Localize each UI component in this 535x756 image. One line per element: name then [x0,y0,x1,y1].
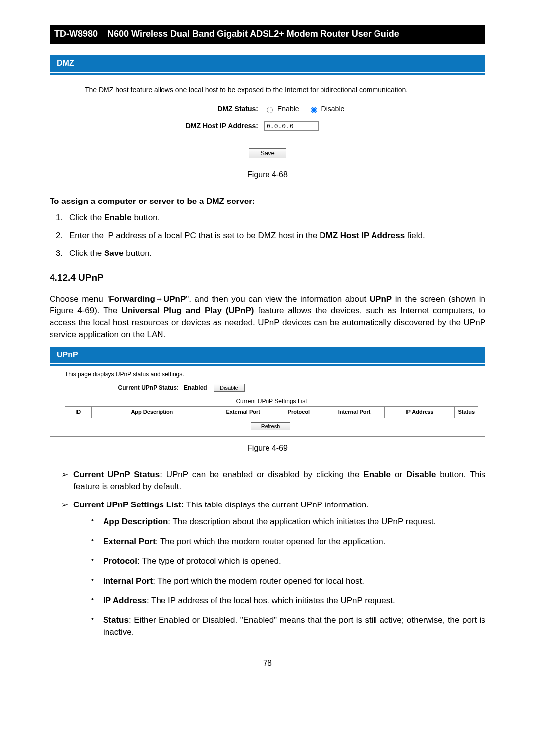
page-number: 78 [50,658,485,669]
upnp-panel-title: UPnP [50,347,485,363]
dmz-enable-radio[interactable] [267,107,273,113]
sub-app-description: App Description: The description about t… [91,516,485,528]
upnp-intro-paragraph: Choose menu "Forwarding→UPnP", and then … [50,293,485,340]
refresh-button[interactable]: Refresh [251,422,291,430]
sub-protocol: Protocol: The type of protocol which is … [91,555,485,567]
header-bar: TD-W8980 N600 Wireless Dual Band Gigabit… [50,25,485,44]
upnp-enabled-text: Enabled [184,384,207,391]
figure-68-caption: Figure 4-68 [50,169,485,180]
col-id: ID [65,407,92,418]
dmz-disable-text: Disable [321,104,345,114]
dmz-disable-radio[interactable] [311,107,317,113]
assign-lead: To assign a computer or server to be a D… [50,196,485,207]
upnp-settings-table: ID App Description External Port Protoco… [65,406,478,418]
dmz-panel-title: DMZ [50,55,485,71]
col-ext: External Port [213,407,273,418]
header-title: N600 Wireless Dual Band Gigabit ADSL2+ M… [103,25,485,43]
bullet-current-status: Current UPnP Status: UPnP can be enabled… [61,469,485,493]
col-status: Status [455,407,478,418]
step-1: Click the Enable button. [65,212,485,224]
col-app: App Description [91,407,213,418]
header-model: TD-W8980 [50,25,103,43]
figure-upnp: UPnP This page displays UPnP status and … [50,347,485,437]
upnp-status-label: Current UPnP Status: [65,384,184,392]
section-heading-upnp: 4.12.4 UPnP [50,271,485,285]
figure-69-caption: Figure 4-69 [50,443,485,454]
sub-ip-address: IP Address: The IP address of the local … [91,595,485,606]
upnp-disable-button[interactable]: Disable [214,384,245,392]
save-button[interactable]: Save [249,148,286,158]
dmz-ip-label: DMZ Host IP Address: [85,121,264,131]
dmz-ip-input[interactable] [264,121,319,131]
sub-external-port: External Port: The port which the modem … [91,536,485,548]
step-3: Click the Save button. [65,248,485,259]
sub-status: Status: Either Enabled or Disabled. "Ena… [91,614,485,638]
upnp-bullets: Current UPnP Status: UPnP can be enabled… [50,469,485,638]
sub-internal-port: Internal Port: The port which the modem … [91,575,485,587]
bullet-settings-list: Current UPnP Settings List: This table d… [61,499,485,638]
step-2: Enter the IP address of a local PC that … [65,230,485,242]
upnp-list-caption: Current UPnP Settings List [65,397,478,405]
col-intp: Internal Port [324,407,384,418]
figure-dmz: DMZ The DMZ host feature allows one loca… [50,55,485,163]
col-ip: IP Address [384,407,455,418]
dmz-status-label: DMZ Status: [85,104,264,114]
col-proto: Protocol [273,407,324,418]
assign-steps: Click the Enable button. Enter the IP ad… [50,212,485,259]
upnp-description: This page displays UPnP status and setti… [65,370,478,379]
dmz-enable-text: Enable [277,104,299,114]
dmz-description: The DMZ host feature allows one local ho… [85,85,465,95]
